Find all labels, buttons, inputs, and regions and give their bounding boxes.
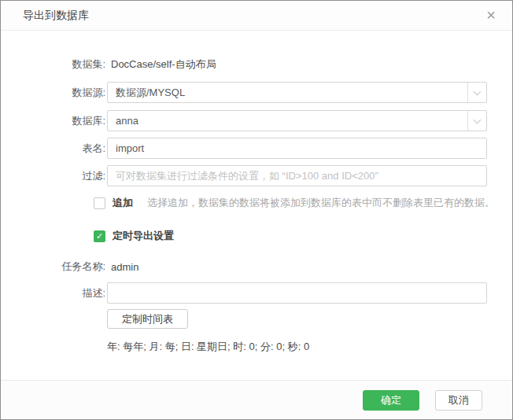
append-hint: 选择追加，数据集的数据将被添加到数据库的表中而不删除表里已有的数据。 <box>147 196 495 210</box>
task-name-row: 任务名称: admin <box>1 258 512 275</box>
confirm-button[interactable]: 确定 <box>363 390 419 411</box>
task-name-label: 任务名称: <box>1 260 105 274</box>
export-to-database-dialog: 导出到数据库 × 数据集: DocCase/self-自动布局 数据源: 数据源… <box>0 0 513 420</box>
append-checkbox[interactable] <box>94 197 105 209</box>
dialog-title: 导出到数据库 <box>23 1 89 30</box>
description-input[interactable] <box>107 282 487 304</box>
dataset-label: 数据集: <box>1 57 105 72</box>
dialog-header: 导出到数据库 × <box>1 1 512 31</box>
chevron-down-icon <box>474 116 482 123</box>
table-name-label: 表名: <box>1 142 105 156</box>
cancel-button[interactable]: 取消 <box>435 390 482 411</box>
schedule-label: 定时导出设置 <box>113 229 174 243</box>
dataset-row: 数据集: DocCase/self-自动布局 <box>1 54 512 75</box>
schedule-option-row: ✓ 定时导出设置 <box>1 227 512 245</box>
cron-summary-text: 年: 每年; 月: 每; 日: 星期日; 时: 0; 分: 0; 秒: 0 <box>107 340 309 353</box>
append-label: 追加 <box>113 196 133 210</box>
dialog-footer: 确定 取消 <box>1 380 512 419</box>
append-option-row: 追加 选择追加，数据集的数据将被添加到数据库的表中而不删除表里已有的数据。 <box>1 194 512 212</box>
database-row: 数据库: anna <box>1 110 512 131</box>
filter-row: 过滤: <box>1 165 512 186</box>
close-icon[interactable]: × <box>482 7 500 24</box>
schedule-checkbox[interactable]: ✓ <box>94 230 105 242</box>
database-dropdown-toggle[interactable] <box>467 111 486 131</box>
dataset-value: DocCase/self-自动布局 <box>111 57 216 72</box>
description-label: 描述: <box>1 286 105 300</box>
datasource-select[interactable]: 数据源/MYSQL <box>107 82 487 103</box>
datasource-dropdown-toggle[interactable] <box>467 83 486 102</box>
datasource-label: 数据源: <box>1 86 105 100</box>
description-row: 描述: <box>1 282 512 304</box>
table-name-input[interactable] <box>107 138 487 159</box>
check-icon: ✓ <box>96 232 103 241</box>
filter-label: 过滤: <box>1 169 105 183</box>
customize-schedule-button[interactable]: 定制时间表 <box>107 309 188 329</box>
filter-input[interactable] <box>107 165 487 186</box>
chevron-down-icon <box>474 87 482 95</box>
database-select[interactable]: anna <box>107 110 487 131</box>
database-selected-value: anna <box>108 111 467 131</box>
datasource-selected-value: 数据源/MYSQL <box>108 83 467 102</box>
database-label: 数据库: <box>1 114 105 128</box>
datasource-row: 数据源: 数据源/MYSQL <box>1 82 512 103</box>
table-name-row: 表名: <box>1 138 512 159</box>
task-name-value: admin <box>111 261 138 273</box>
